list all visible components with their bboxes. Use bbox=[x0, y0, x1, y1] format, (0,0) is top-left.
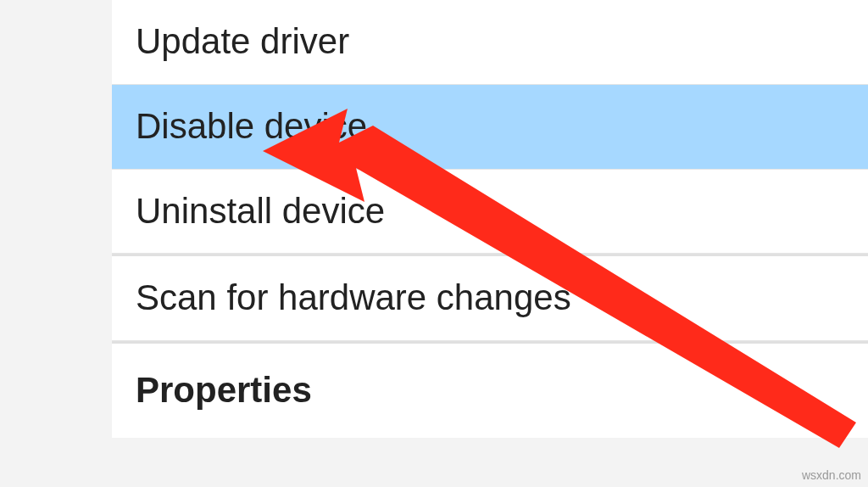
watermark-text: wsxdn.com bbox=[802, 468, 861, 482]
menu-item-label: Scan for hardware changes bbox=[136, 277, 571, 317]
menu-item-label: Uninstall device bbox=[136, 191, 385, 231]
menu-item-uninstall-device[interactable]: Uninstall device bbox=[112, 170, 868, 255]
menu-item-update-driver[interactable]: Update driver bbox=[112, 0, 868, 85]
context-menu: Update driver Disable device Uninstall d… bbox=[112, 0, 868, 438]
menu-item-scan-hardware[interactable]: Scan for hardware changes bbox=[112, 256, 868, 341]
menu-item-label: Update driver bbox=[136, 21, 349, 61]
menu-item-disable-device[interactable]: Disable device bbox=[112, 85, 868, 170]
menu-item-label: Properties bbox=[136, 370, 312, 410]
menu-item-label: Disable device bbox=[136, 106, 367, 146]
menu-item-properties[interactable]: Properties bbox=[112, 344, 868, 438]
